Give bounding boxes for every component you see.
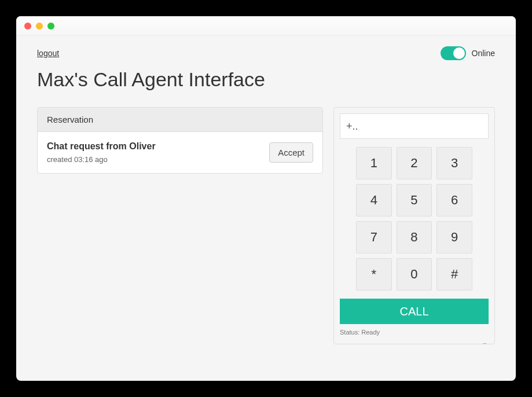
- key-star[interactable]: *: [356, 258, 392, 291]
- key-3[interactable]: 3: [436, 147, 472, 179]
- reservation-header: Reservation: [38, 108, 322, 132]
- window-close-icon[interactable]: [24, 23, 31, 30]
- accept-button[interactable]: Accept: [269, 142, 313, 163]
- key-6[interactable]: 6: [436, 184, 472, 216]
- reservation-title: Chat request from Oliver: [47, 141, 156, 152]
- keypad: 1 2 3 4 5 6 7 8 9 * 0 #: [340, 147, 489, 291]
- topbar: logout Online: [37, 46, 495, 60]
- online-status: Online: [441, 46, 495, 60]
- resize-handle-icon[interactable]: _: [340, 339, 489, 343]
- online-label: Online: [472, 49, 495, 58]
- key-2[interactable]: 2: [397, 147, 432, 179]
- window-maximize-icon[interactable]: [47, 23, 54, 30]
- phone-number-input[interactable]: [340, 113, 489, 139]
- reservation-panel: Reservation Chat request from Oliver cre…: [37, 107, 323, 174]
- key-5[interactable]: 5: [397, 184, 432, 216]
- window-minimize-icon[interactable]: [36, 23, 43, 30]
- content-area: logout Online Max's Call Agent Interface…: [16, 36, 516, 365]
- page-title: Max's Call Agent Interface: [37, 68, 495, 91]
- reservation-subtitle: created 03:16 ago: [47, 155, 156, 164]
- call-button[interactable]: CALL: [340, 299, 489, 324]
- key-1[interactable]: 1: [356, 147, 392, 179]
- logout-link[interactable]: logout: [37, 49, 59, 58]
- key-4[interactable]: 4: [356, 184, 392, 216]
- toggle-knob-icon: [453, 47, 465, 59]
- reservation-body: Chat request from Oliver created 03:16 a…: [38, 132, 322, 173]
- reservation-info: Chat request from Oliver created 03:16 a…: [47, 141, 156, 164]
- dialer-panel: 1 2 3 4 5 6 7 8 9 * 0 # CALL Status: Rea…: [333, 107, 495, 344]
- key-8[interactable]: 8: [397, 221, 432, 253]
- key-9[interactable]: 9: [436, 221, 472, 253]
- key-7[interactable]: 7: [356, 221, 392, 253]
- window: logout Online Max's Call Agent Interface…: [16, 16, 516, 381]
- dialer-status: Status: Ready: [340, 329, 489, 339]
- titlebar: [16, 16, 516, 36]
- key-hash[interactable]: #: [436, 258, 472, 291]
- main-row: Reservation Chat request from Oliver cre…: [37, 107, 495, 344]
- key-0[interactable]: 0: [397, 258, 432, 291]
- online-toggle[interactable]: [441, 46, 466, 60]
